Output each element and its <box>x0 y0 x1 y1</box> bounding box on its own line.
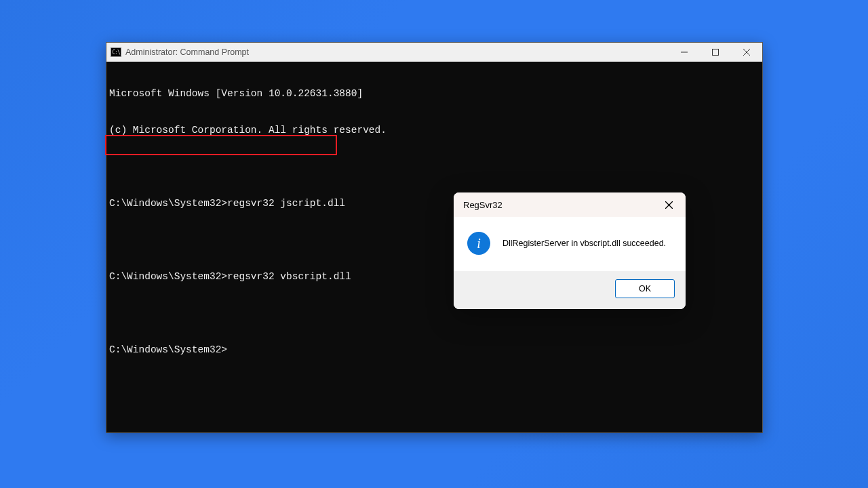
dialog-message: DllRegisterServer in vbscript.dll succee… <box>502 239 666 248</box>
cmd-output-line: (c) Microsoft Corporation. All rights re… <box>106 124 762 136</box>
cmd-titlebar[interactable]: C:\ Administrator: Command Prompt <box>106 43 762 62</box>
dialog-body: i DllRegisterServer in vbscript.dll succ… <box>454 217 686 271</box>
maximize-button[interactable] <box>700 43 731 62</box>
minimize-button[interactable] <box>669 43 700 62</box>
dialog-close-button[interactable] <box>658 195 679 215</box>
regsvr32-dialog: RegSvr32 i DllRegisterServer in vbscript… <box>454 192 686 309</box>
info-icon: i <box>467 232 490 255</box>
cmd-app-icon: C:\ <box>111 47 121 57</box>
cmd-output-line: Microsoft Windows [Version 10.0.22631.38… <box>106 87 762 100</box>
close-button[interactable] <box>731 43 762 62</box>
cmd-prompt-line: C:\Windows\System32> <box>106 344 762 356</box>
svg-rect-0 <box>713 49 719 56</box>
dialog-titlebar[interactable]: RegSvr32 <box>454 192 686 217</box>
dialog-title: RegSvr32 <box>463 200 502 210</box>
ok-button[interactable]: OK <box>615 279 675 298</box>
dialog-button-row: OK <box>454 271 686 309</box>
cmd-window-title: Administrator: Command Prompt <box>125 47 249 57</box>
highlight-annotation <box>105 135 337 155</box>
